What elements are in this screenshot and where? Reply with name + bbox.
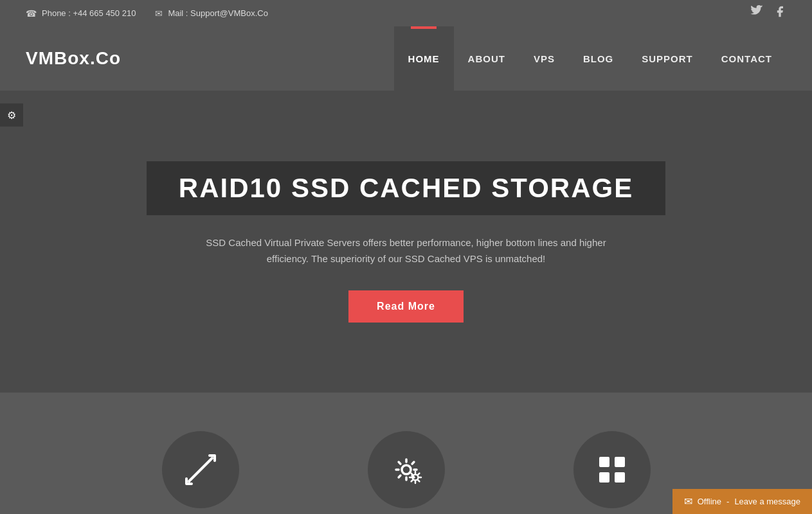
nav-support[interactable]: SUPPORT — [627, 26, 707, 91]
nav-contact[interactable]: CONTACT — [707, 26, 786, 91]
nav-vps[interactable]: VPS — [519, 26, 569, 91]
scale-icon-circle — [162, 431, 239, 508]
hero-subtitle: SSD Cached Virtual Private Servers offer… — [194, 235, 618, 267]
settings-icon — [388, 453, 424, 486]
twitter-icon — [750, 5, 763, 18]
offline-action: Leave a message — [734, 497, 800, 506]
offline-label: Offline — [698, 497, 721, 506]
phone-label: Phone : +44 665 450 210 — [42, 8, 136, 18]
social-links — [750, 5, 786, 21]
offline-separator: - — [726, 497, 729, 506]
settings-toggle[interactable]: ⚙ — [0, 103, 23, 127]
nav-home[interactable]: HOME — [394, 26, 454, 91]
feature-scale — [98, 418, 303, 514]
svg-rect-4 — [615, 457, 625, 467]
hero-section: ⚙ RAID10 SSD CACHED STORAGE SSD Cached V… — [0, 91, 812, 393]
nav-blog[interactable]: BLOG — [569, 26, 627, 91]
nav-about[interactable]: ABOUT — [454, 26, 519, 91]
scale-icon — [184, 453, 217, 486]
hero-title: RAID10 SSD CACHED STORAGE — [179, 173, 633, 204]
svg-point-1 — [402, 465, 411, 474]
read-more-button[interactable]: Read More — [348, 290, 464, 323]
settings-icon-circle — [368, 431, 445, 508]
top-bar-contacts: ☎ Phone : +44 665 450 210 ✉ Mail : Suppo… — [26, 8, 268, 19]
svg-rect-5 — [599, 472, 609, 483]
main-nav: HOME ABOUT VPS BLOG SUPPORT CONTACT — [394, 26, 786, 91]
twitter-link[interactable] — [750, 5, 763, 21]
svg-rect-3 — [599, 457, 609, 467]
grid-icon-circle — [573, 431, 651, 508]
header: VMBox.Co HOME ABOUT VPS BLOG SUPPORT CON… — [0, 26, 812, 91]
mail-icon: ✉ — [155, 8, 163, 19]
phone-contact: ☎ Phone : +44 665 450 210 — [26, 8, 136, 19]
feature-settings — [303, 418, 509, 514]
logo: VMBox.Co — [26, 48, 394, 69]
hero-title-box: RAID10 SSD CACHED STORAGE — [147, 161, 665, 215]
grid-icon — [595, 453, 629, 486]
mail-label: Mail : Support@VMBox.Co — [168, 8, 268, 18]
facebook-link[interactable] — [773, 5, 786, 21]
email-contact: ✉ Mail : Support@VMBox.Co — [155, 8, 268, 19]
gear-icon: ⚙ — [7, 109, 16, 121]
svg-rect-6 — [615, 472, 625, 483]
facebook-icon — [773, 5, 786, 18]
top-bar: ☎ Phone : +44 665 450 210 ✉ Mail : Suppo… — [0, 0, 812, 26]
phone-icon: ☎ — [26, 8, 37, 19]
offline-mail-icon: ✉ — [684, 495, 692, 508]
svg-line-0 — [189, 458, 212, 481]
offline-chat-widget[interactable]: ✉ Offline - Leave a message — [672, 489, 812, 514]
